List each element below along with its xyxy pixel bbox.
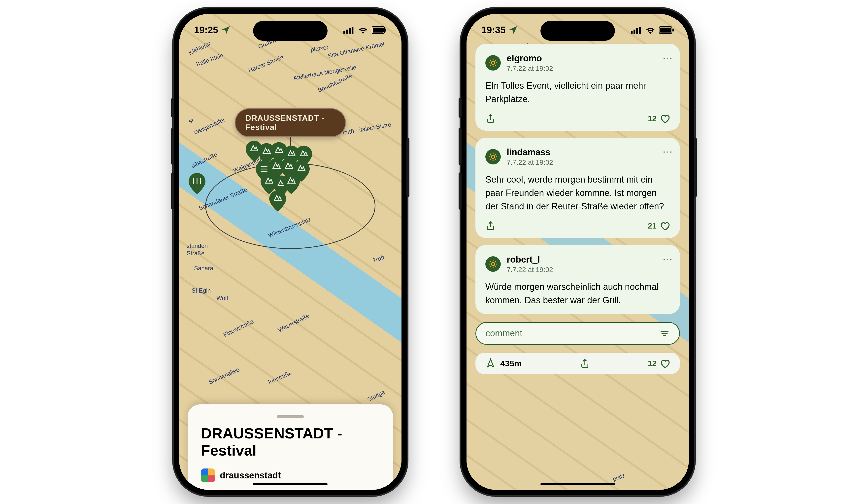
svg-rect-0 bbox=[343, 31, 345, 34]
wifi-icon bbox=[358, 26, 368, 34]
screen-left: KiehluferKalle KleinGrabowstrplatzerKita… bbox=[179, 14, 402, 490]
battery-icon bbox=[659, 26, 674, 34]
distance-text: 435m bbox=[500, 359, 522, 369]
organizer-logo bbox=[201, 468, 215, 482]
status-time: 19:35 bbox=[482, 25, 505, 36]
phone-right-frame: Kiehlplatz 19:35 elgromo7.7.22 at 19:02⋮… bbox=[461, 8, 694, 495]
map-pin[interactable] bbox=[269, 190, 286, 212]
organizer-name: draussenstadt bbox=[220, 470, 281, 481]
mute-switch[interactable] bbox=[458, 98, 462, 118]
festival-pill[interactable]: DRAUSSENSTADT - Festival bbox=[235, 108, 346, 137]
svg-point-20 bbox=[491, 61, 495, 64]
share-icon[interactable] bbox=[580, 358, 590, 369]
status-time: 19:25 bbox=[194, 25, 218, 36]
map-pin[interactable] bbox=[189, 173, 206, 194]
volume-down-button[interactable] bbox=[171, 172, 174, 210]
svg-rect-5 bbox=[373, 28, 384, 32]
bottom-bar: 435m 12 bbox=[475, 353, 680, 374]
street-label: SI Egin bbox=[192, 287, 211, 294]
svg-rect-19 bbox=[672, 29, 674, 32]
comment-feed[interactable]: elgromo7.7.22 at 19:02⋮EIn Tolles Event,… bbox=[466, 14, 689, 490]
home-indicator[interactable] bbox=[540, 483, 615, 485]
heart-icon[interactable] bbox=[660, 221, 670, 231]
comment-header: robert_l7.7.22 at 19:02⋮ bbox=[485, 254, 670, 274]
location-arrow-icon bbox=[220, 25, 231, 35]
sheet-grabber[interactable] bbox=[277, 415, 304, 418]
organizer-row[interactable]: draussenstadt bbox=[201, 468, 380, 482]
heart-icon[interactable] bbox=[660, 358, 670, 369]
wifi-icon bbox=[645, 26, 655, 34]
cellular-icon bbox=[343, 26, 354, 34]
phone-left-frame: KiehluferKalle KleinGrabowstrplatzerKita… bbox=[174, 8, 407, 495]
comment-footer: 12 bbox=[485, 113, 670, 124]
comment-card[interactable]: robert_l7.7.22 at 19:02⋮Würde morgen war… bbox=[475, 245, 680, 314]
street-label: Straße bbox=[187, 250, 205, 257]
comment-time: 7.7.22 at 19:02 bbox=[507, 64, 553, 72]
comment-input[interactable]: comment bbox=[475, 322, 680, 345]
svg-point-21 bbox=[491, 155, 495, 158]
svg-rect-1 bbox=[346, 30, 348, 34]
svg-rect-6 bbox=[385, 29, 386, 32]
volume-up-button[interactable] bbox=[458, 128, 462, 165]
comment-placeholder: comment bbox=[486, 328, 522, 339]
comment-card[interactable]: lindamass7.7.22 at 19:02⋮Sehr cool, werd… bbox=[475, 138, 680, 238]
comment-text: EIn Tolles Event, vielleicht ein paar me… bbox=[485, 79, 670, 106]
comment-username[interactable]: elgromo bbox=[507, 53, 553, 63]
dynamic-island bbox=[253, 21, 328, 41]
avatar[interactable] bbox=[485, 256, 501, 272]
comment-username[interactable]: robert_l bbox=[507, 254, 553, 265]
home-indicator[interactable] bbox=[253, 483, 328, 485]
sheet-title: DRAUSSENSTADT - Festival bbox=[201, 425, 380, 459]
comment-text: Würde morgen warscheinlich auch nochmal … bbox=[485, 280, 670, 307]
avatar[interactable] bbox=[485, 149, 501, 164]
comment-card[interactable]: elgromo7.7.22 at 19:02⋮EIn Tolles Event,… bbox=[475, 44, 680, 131]
bottom-sheet[interactable]: DRAUSSENSTADT - Festival draussenstadt bbox=[188, 404, 393, 490]
more-icon[interactable]: ⋮ bbox=[666, 53, 670, 62]
more-icon[interactable]: ⋮ bbox=[666, 254, 670, 264]
street-label: Sahara bbox=[194, 265, 213, 272]
power-button[interactable] bbox=[406, 138, 410, 197]
comment-username[interactable]: lindamass bbox=[507, 147, 553, 158]
svg-point-22 bbox=[491, 262, 495, 265]
battery-icon bbox=[372, 26, 386, 34]
svg-rect-18 bbox=[660, 28, 671, 32]
svg-rect-3 bbox=[352, 27, 353, 34]
map-pin-cluster bbox=[231, 143, 350, 208]
comment-text: Sehr cool, werde morgen bestimmt mit ein… bbox=[485, 173, 670, 213]
svg-rect-15 bbox=[636, 28, 638, 34]
location-arrow-icon bbox=[508, 25, 518, 35]
volume-down-button[interactable] bbox=[458, 172, 462, 210]
street-label: standen bbox=[187, 242, 208, 249]
mute-switch[interactable] bbox=[171, 98, 174, 118]
comment-footer: 21 bbox=[485, 221, 670, 231]
navigate-icon[interactable] bbox=[485, 358, 496, 369]
comment-header: lindamass7.7.22 at 19:02⋮ bbox=[485, 147, 670, 167]
svg-rect-14 bbox=[633, 30, 635, 34]
sort-icon bbox=[659, 328, 670, 339]
more-icon[interactable]: ⋮ bbox=[666, 147, 670, 156]
comment-header: elgromo7.7.22 at 19:02⋮ bbox=[485, 53, 670, 72]
heart-icon[interactable] bbox=[660, 113, 670, 124]
share-icon[interactable] bbox=[485, 113, 496, 124]
svg-rect-13 bbox=[631, 31, 632, 34]
share-icon[interactable] bbox=[485, 221, 496, 231]
svg-rect-16 bbox=[639, 27, 641, 34]
volume-up-button[interactable] bbox=[171, 128, 174, 165]
likes-count: 21 bbox=[648, 221, 657, 231]
power-button[interactable] bbox=[694, 138, 697, 197]
likes-count: 12 bbox=[648, 114, 657, 123]
screen-right: Kiehlplatz 19:35 elgromo7.7.22 at 19:02⋮… bbox=[466, 14, 689, 490]
cellular-icon bbox=[631, 26, 642, 34]
comment-time: 7.7.22 at 19:02 bbox=[507, 159, 553, 167]
street-label: Wolf bbox=[216, 295, 228, 302]
likes-count: 12 bbox=[648, 359, 657, 368]
avatar[interactable] bbox=[485, 55, 501, 71]
svg-rect-2 bbox=[349, 28, 351, 34]
dynamic-island bbox=[540, 21, 615, 41]
comment-time: 7.7.22 at 19:02 bbox=[507, 266, 553, 274]
